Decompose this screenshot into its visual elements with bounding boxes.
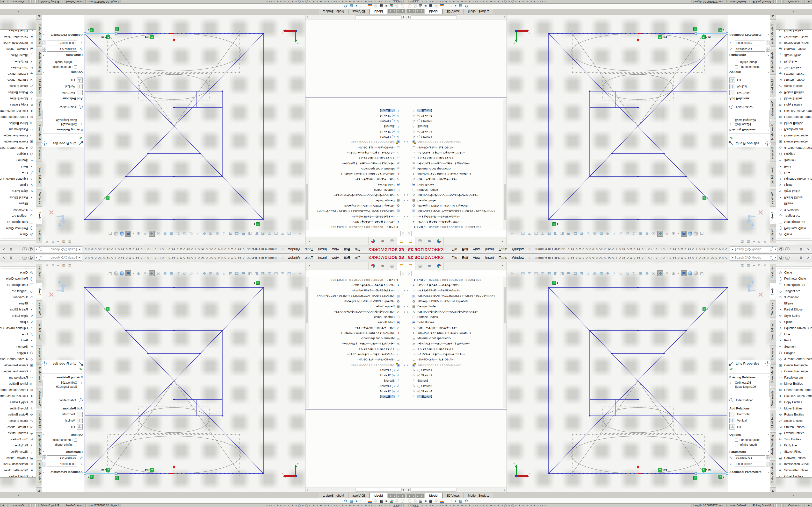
document-tab[interactable]: 3D Views bbox=[443, 9, 464, 14]
bottom-toolbar-icon[interactable]: ≡ bbox=[386, 499, 388, 503]
sketch-tool-item[interactable]: ▱ Parallelogram bbox=[776, 126, 812, 132]
minimize-button[interactable]: – bbox=[14, 256, 21, 260]
bottom-toolbar-icon[interactable]: ▤ bbox=[459, 499, 462, 503]
pin-icon[interactable]: ✛ bbox=[280, 255, 285, 260]
sketch-tool-item[interactable]: ⌒ Centerpoint Arc bbox=[776, 219, 812, 225]
tree-item[interactable]: Σ ○Ƨ5ИΛ◎◦✣А∩¤ЗЄ○◦○ЗЄ¤∩А✣◦◎ΛИ5Ƨ○ bbox=[309, 171, 406, 177]
sketch-tool-item[interactable]: ╰ Fit Spline bbox=[0, 443, 36, 449]
sketch-tool-item[interactable]: ƒ Equation Driven Curve bbox=[0, 325, 36, 331]
existing-relations-header[interactable]: Existing Relations⌃ bbox=[728, 127, 771, 132]
minimize-button[interactable]: – bbox=[791, 256, 798, 260]
search-box[interactable]: ⚑ Search CAD Models ▾ bbox=[35, 255, 82, 261]
scroll-left-icon[interactable]: ◀ bbox=[406, 489, 410, 491]
bottom-toolbar-icon[interactable]: ◔ bbox=[450, 499, 452, 503]
pin-icon[interactable]: ✛ bbox=[280, 247, 285, 252]
parameters-header[interactable]: Parameters⌃ bbox=[728, 449, 771, 455]
close-button[interactable]: ✕ bbox=[805, 248, 812, 251]
expand-arrow-icon[interactable] bbox=[402, 305, 405, 308]
tree-item[interactable]: ◔ ○Λ♟◎✣Ƨ5◦Ⅎ5○◦○5Ⅎ◦5Ƨ✣◎♟Λ○ bbox=[406, 214, 503, 219]
menu-item[interactable]: Window bbox=[286, 255, 303, 260]
tree-item[interactable]: ◔ ○Λ♟◎✣Ƨ5◦Ⅎ5○◦○5Ⅎ◦5Ƨ✣◎♟Λ○ bbox=[406, 288, 503, 293]
command-manager-tab[interactable]: Markup bbox=[770, 488, 776, 492]
command-manager-tab[interactable]: Surfaces bbox=[770, 189, 776, 207]
sketch-tool-item[interactable]: ◯ Perimeter Circle bbox=[776, 276, 812, 282]
tree-item[interactable]: ✎ ○Ƨ5∙∩✳♟Аm○◦○mА♟✳∩∙5Ƨ○ bbox=[309, 177, 406, 182]
tree-item[interactable]: ▣ ○Ƨ5ЗЄИΛА∩∔○◦○∔∩АΛИЗЄ5Ƨ○ bbox=[309, 139, 406, 145]
command-manager-tab[interactable]: Evaluate bbox=[770, 145, 776, 162]
relation-badge[interactable]: ▱ 3 bbox=[88, 475, 94, 478]
spinner[interactable]: ▲▼ bbox=[766, 47, 769, 52]
feature-manager-tab[interactable]: ❒ bbox=[406, 262, 415, 270]
add-relations-header[interactable]: Add Relations⌃ bbox=[41, 406, 84, 411]
sketch-tool-item[interactable]: ○ Ellipse bbox=[0, 300, 36, 306]
sketch-tool-item[interactable]: ▪ Point bbox=[0, 338, 36, 344]
sketch-tool-item[interactable]: ┄ Segment bbox=[776, 344, 812, 350]
relation-badge[interactable]: ▱ 3 bbox=[718, 475, 724, 478]
sketch-tool-item[interactable]: ⟲ Rotate Entities bbox=[0, 89, 36, 96]
sketch-tool-item[interactable]: ◠ 3 Point Arc bbox=[0, 294, 36, 300]
tree-item[interactable]: ❐ Surface Bodies bbox=[309, 314, 406, 320]
options-header[interactable]: Options⌃ bbox=[41, 432, 84, 438]
sketch-tool-item[interactable]: ◙ Silhouette Entities bbox=[776, 467, 812, 473]
sketch-tool-item[interactable]: ⊂ Offset Entities bbox=[0, 27, 36, 34]
parameter-input[interactable]: 10.88152731 bbox=[47, 47, 77, 52]
command-manager-tab[interactable]: Surfaces bbox=[36, 189, 42, 207]
tree-item[interactable]: ▱ ○∙◎✣○✳◉□○◦○□◉✳○✣◎∙○ bbox=[406, 156, 503, 161]
bottom-toolbar-icon[interactable]: ∟ bbox=[368, 4, 372, 8]
toolbar-overflow-icon[interactable]: » bbox=[792, 495, 795, 496]
confirmation-corner[interactable]: ✕ bbox=[48, 208, 68, 230]
sketch-tool-item[interactable]: ⊂ Offset Entities bbox=[776, 473, 812, 480]
sketch-tool-item[interactable]: ❖ Circular Sketch Pattern bbox=[0, 393, 36, 399]
tree-item[interactable]: └ Sketch3 bbox=[406, 124, 503, 129]
panel-expand-arrow[interactable]: › bbox=[500, 263, 505, 267]
scroll-right-icon[interactable]: ▶ bbox=[503, 16, 507, 18]
bottom-toolbar-icon[interactable]: ≡ bbox=[424, 4, 427, 8]
sketch-tool-item[interactable]: ✂ Trim Entities bbox=[0, 436, 36, 443]
sketch-tool-item[interactable]: ╱ Line bbox=[0, 169, 36, 176]
bottom-toolbar-icon[interactable]: ✎ bbox=[419, 4, 422, 8]
sketch-tool-item[interactable]: ⬡ Polygon bbox=[0, 350, 36, 356]
tree-item[interactable]: ⬒ Solid Bodies bbox=[309, 320, 406, 325]
command-manager-tab[interactable]: Markup bbox=[770, 15, 776, 19]
expand-arrow-icon[interactable] bbox=[402, 311, 405, 313]
menu-item[interactable]: Edit bbox=[342, 247, 352, 252]
sketch-tool-item[interactable]: ◙ Silhouette Entities bbox=[776, 34, 812, 40]
sketch-tool-item[interactable]: ∿ Style Spline bbox=[776, 188, 812, 194]
command-manager-tab[interactable]: Mold Tools bbox=[36, 77, 42, 97]
tree-horizontal-scrollbar[interactable]: ◀ ▶ bbox=[305, 487, 406, 492]
option-checkbox[interactable]: For construction bbox=[728, 65, 771, 69]
sketch-tool-item[interactable]: ◇ 3 Point Center Recta... bbox=[776, 356, 812, 362]
document-tab[interactable]: 3D Views bbox=[348, 493, 370, 498]
panel-expand-arrow[interactable]: › bbox=[307, 240, 312, 244]
tree-item[interactable]: └ (-) Sketch6 bbox=[406, 108, 503, 113]
tree-item[interactable]: ▱ ○∙◎✣○✳◉□○◦○□◉✳○✣◎∙○ bbox=[309, 346, 406, 351]
sketch-tool-item[interactable]: ◯ Perimeter Circle bbox=[776, 225, 812, 231]
command-manager-tab[interactable]: Features bbox=[770, 226, 776, 243]
accept-button[interactable]: ✔ bbox=[728, 367, 771, 373]
help-icon[interactable]: ? bbox=[22, 256, 27, 260]
expand-arrow-icon[interactable] bbox=[402, 200, 405, 202]
relation-badge[interactable]: ⟋ bbox=[693, 476, 698, 480]
add-relation-button[interactable]: — Horizontal bbox=[728, 411, 771, 417]
command-manager-tab[interactable]: Data Migration bbox=[36, 22, 42, 47]
expand-arrow-icon[interactable] bbox=[407, 215, 410, 218]
sketch-tool-item[interactable]: ◫ Mirror Entities bbox=[0, 120, 36, 126]
sketch-tool-item[interactable]: ⬡ Polygon bbox=[0, 151, 36, 157]
menu-item[interactable]: View bbox=[329, 247, 342, 252]
search-dropdown-icon[interactable]: ▾ bbox=[774, 257, 776, 259]
panel-splitter[interactable] bbox=[406, 97, 507, 98]
feature-manager-tab[interactable] bbox=[434, 237, 444, 245]
sketch-tool-item[interactable]: ✂ Trim Entities bbox=[776, 64, 812, 71]
sketch-tool-item[interactable]: ┄ Segment bbox=[0, 344, 36, 350]
tree-scrollbar[interactable] bbox=[305, 277, 309, 408]
sketch-tool-item[interactable]: ⊞ Linear Sketch Pattern bbox=[776, 387, 812, 393]
command-manager-tab[interactable]: Mold Tools bbox=[770, 77, 776, 97]
command-manager-tab[interactable]: Sheet Metal bbox=[770, 121, 776, 143]
bottom-toolbar-icon[interactable]: ▦ bbox=[429, 4, 433, 8]
menu-item[interactable]: View bbox=[470, 247, 483, 252]
tree-scrollbar[interactable] bbox=[305, 99, 309, 230]
feature-manager-tab[interactable]: ⊕ bbox=[378, 262, 387, 270]
menu-item[interactable]: Edit bbox=[342, 255, 352, 260]
relation-badge[interactable]: ⟋ bbox=[114, 27, 119, 31]
spinner[interactable]: ▲▼ bbox=[43, 462, 46, 466]
